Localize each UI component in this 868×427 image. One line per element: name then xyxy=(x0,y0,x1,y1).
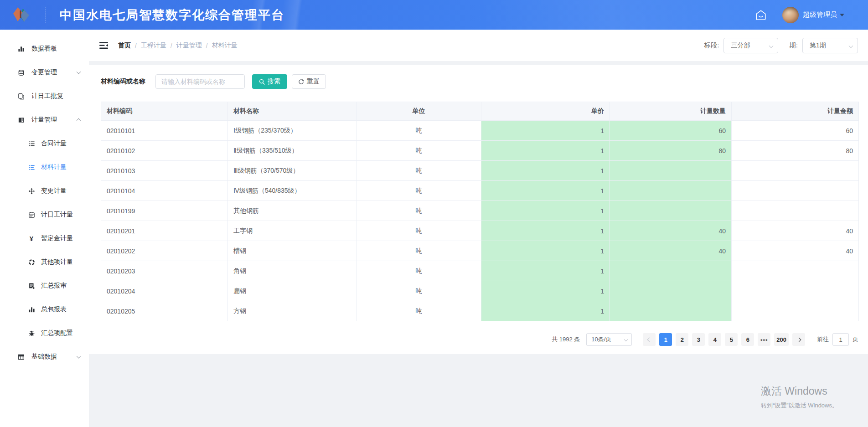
prev-page-button[interactable] xyxy=(643,333,656,346)
chevron-up-icon xyxy=(77,118,81,123)
table-row: 02010201工字钢吨14040 xyxy=(101,221,859,241)
page-button-5[interactable]: 5 xyxy=(725,333,738,346)
table-cell: 02010204 xyxy=(101,281,228,301)
period-select[interactable]: 第1期 xyxy=(802,38,858,53)
table-cell xyxy=(610,181,732,201)
period-filter-label: 期: xyxy=(789,41,798,50)
table-cell: 1 xyxy=(481,121,610,141)
page-button-1[interactable]: 1 xyxy=(659,333,672,346)
table-cell xyxy=(732,301,859,321)
yen-icon: ¥ xyxy=(28,235,35,242)
sidebar-item-label: 数据看板 xyxy=(31,45,57,53)
table-cell: 吨 xyxy=(356,201,481,221)
sidebar-item-daily-work-approval[interactable]: 计日工批复 xyxy=(0,84,89,108)
sidebar-item-material-measurement[interactable]: 材料计量 xyxy=(0,155,89,179)
section-select[interactable]: 三分部 xyxy=(723,38,778,53)
period-select-value: 第1期 xyxy=(810,41,826,50)
table-cell: 槽钢 xyxy=(228,241,356,261)
table-cell: 1 xyxy=(481,281,610,301)
breadcrumb-item[interactable]: 计量管理 xyxy=(176,41,202,50)
move-icon xyxy=(28,187,35,195)
table-cell: 扁钢 xyxy=(228,281,356,301)
breadcrumb-separator: / xyxy=(206,42,208,49)
ring-icon xyxy=(28,258,35,266)
page-button-6[interactable]: 6 xyxy=(741,333,754,346)
table-cell xyxy=(610,261,732,281)
sidebar-item-label: 基础数据 xyxy=(31,353,57,361)
table-cell: Ⅲ级钢筋（370/570级） xyxy=(228,161,356,181)
user-menu-caret-icon[interactable] xyxy=(840,14,844,16)
sidebar-item-summary-item-config[interactable]: 汇总项配置 xyxy=(0,321,89,345)
table-header-row: 材料编码材料名称单位单价计量数量计量金额 xyxy=(101,102,859,121)
app-title: 中国水电七局智慧数字化综合管理平台 xyxy=(60,7,284,23)
table-cell: 02010203 xyxy=(101,261,228,281)
next-page-button[interactable] xyxy=(792,333,805,346)
table-cell: 1 xyxy=(481,301,610,321)
table-row: 02010103Ⅲ级钢筋（370/570级）吨1 xyxy=(101,161,859,181)
column-header: 单价 xyxy=(481,102,610,121)
table-row: 02010205方钢吨1 xyxy=(101,301,859,321)
material-table: 材料编码材料名称单位单价计量数量计量金额 02010101Ⅰ级钢筋（235/37… xyxy=(101,102,859,321)
sidebar-item-label: 计日工计量 xyxy=(41,211,73,219)
table-cell: 1 xyxy=(481,241,610,261)
breadcrumb-item[interactable]: 工程计量 xyxy=(141,41,166,50)
table-row: 02010199其他钢筋吨1 xyxy=(101,201,859,221)
chevron-down-icon xyxy=(769,43,774,48)
page-button-3[interactable]: 3 xyxy=(692,333,705,346)
table-row: 02010104Ⅳ级钢筋（540/835级）吨1 xyxy=(101,181,859,201)
table-cell: 40 xyxy=(610,221,732,241)
table-cell: 吨 xyxy=(356,301,481,321)
notification-icon[interactable] xyxy=(754,9,768,21)
list-icon xyxy=(28,164,35,171)
search-input[interactable] xyxy=(155,74,245,89)
breadcrumb-item[interactable]: 首页 xyxy=(118,41,131,50)
sidebar-item-daily-work-measurement[interactable]: 计日工计量 xyxy=(0,203,89,226)
sidebar-item-label: 其他项计量 xyxy=(41,258,73,266)
sidebar-item-basic-data[interactable]: 基础数据 xyxy=(0,345,89,369)
breadcrumb-item[interactable]: 材料计量 xyxy=(212,41,238,50)
sidebar-item-change-measurement[interactable]: 变更计量 xyxy=(0,179,89,203)
more-pages-button[interactable]: ••• xyxy=(758,333,770,346)
search-button[interactable]: 搜索 xyxy=(252,74,287,89)
table-row: 02010101Ⅰ级钢筋（235/370级）吨16060 xyxy=(101,121,859,141)
sidebar-item-provisional-sum-measurement[interactable]: ¥暂定金计量 xyxy=(0,226,89,250)
table-cell xyxy=(610,201,732,221)
user-name[interactable]: 超级管理员 xyxy=(803,10,837,19)
sidebar-item-general-contract-report[interactable]: 总包报表 xyxy=(0,298,89,321)
table-cell: 角钢 xyxy=(228,261,356,281)
table-cell: 02010199 xyxy=(101,201,228,221)
page-size-select[interactable]: 10条/页 xyxy=(586,333,632,346)
table-cell: 1 xyxy=(481,221,610,241)
sidebar-item-label: 暂定金计量 xyxy=(41,234,73,242)
page-button-2[interactable]: 2 xyxy=(676,333,688,346)
goto-label: 前往 xyxy=(817,335,829,344)
table-cell xyxy=(732,201,859,221)
page-button-4[interactable]: 4 xyxy=(708,333,721,346)
layers-icon xyxy=(17,69,25,76)
table-cell: 40 xyxy=(732,241,859,261)
reset-button[interactable]: 重置 xyxy=(292,74,326,89)
sidebar-item-change-management[interactable]: 变更管理 xyxy=(0,61,89,84)
column-header: 计量数量 xyxy=(610,102,732,121)
breadcrumb-separator: / xyxy=(135,42,137,49)
sidebar-fold-icon[interactable] xyxy=(99,41,109,50)
table-cell: 吨 xyxy=(356,161,481,181)
sidebar-item-contract-measurement[interactable]: 合同计量 xyxy=(0,132,89,155)
sidebar-item-data-dashboard[interactable]: 数据看板 xyxy=(0,37,89,61)
goto-page-input[interactable] xyxy=(832,333,849,346)
calendar-icon xyxy=(28,211,35,218)
section-filter-label: 标段: xyxy=(704,41,719,50)
table-cell: 80 xyxy=(732,141,859,161)
table-cell: 1 xyxy=(481,161,610,181)
user-avatar[interactable] xyxy=(782,7,799,23)
sidebar-item-measurement-management[interactable]: 计量管理 xyxy=(0,108,89,132)
bug-icon xyxy=(28,329,35,337)
sidebar-item-other-item-measurement[interactable]: 其他项计量 xyxy=(0,250,89,274)
sidebar-item-label: 总包报表 xyxy=(41,305,67,314)
table-cell xyxy=(732,181,859,201)
table-cell: 吨 xyxy=(356,121,481,141)
page-button-200[interactable]: 200 xyxy=(774,333,789,346)
sidebar-item-label: 变更管理 xyxy=(31,68,57,77)
table-cell: 吨 xyxy=(356,141,481,161)
sidebar-item-summary-submission[interactable]: 汇总报审 xyxy=(0,274,89,298)
